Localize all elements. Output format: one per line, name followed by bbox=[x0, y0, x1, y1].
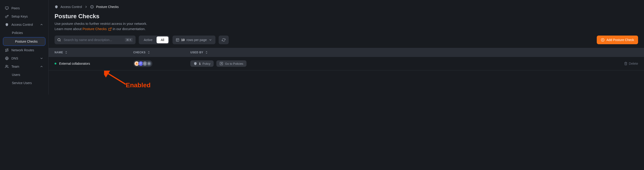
svg-rect-11 bbox=[176, 38, 179, 41]
sidebar-item-access-control[interactable]: Access Control bbox=[0, 20, 48, 29]
row-name-cell: External collaborators bbox=[54, 62, 133, 65]
status-dot-enabled bbox=[54, 63, 56, 64]
sidebar-item-label: Posture Checks bbox=[15, 40, 38, 43]
annotation-arrow bbox=[104, 71, 129, 87]
sidebar-item-label: Peers bbox=[12, 6, 20, 10]
key-icon bbox=[5, 14, 9, 18]
filter-toggle: Active All bbox=[139, 35, 169, 44]
plus-circle-icon bbox=[601, 38, 604, 42]
column-header-usedby[interactable]: USED BY bbox=[190, 51, 236, 54]
sort-icon bbox=[147, 51, 150, 54]
policy-label: Policy bbox=[202, 62, 210, 65]
search-shortcut: ⌘ K bbox=[125, 38, 133, 42]
svg-point-3 bbox=[6, 51, 6, 52]
page-header: Access Control Posture Checks Posture Ch… bbox=[48, 0, 644, 35]
search-box[interactable]: ⌘ K bbox=[54, 35, 136, 44]
svg-point-7 bbox=[6, 65, 7, 66]
refresh-button[interactable] bbox=[218, 35, 229, 44]
sidebar-item-label: DNS bbox=[12, 56, 18, 60]
svg-rect-0 bbox=[5, 7, 8, 9]
table-header: NAME CHECKS USED BY bbox=[48, 48, 644, 57]
users-icon bbox=[5, 65, 9, 68]
breadcrumb: Access Control Posture Checks bbox=[54, 5, 638, 9]
policy-count: 1 bbox=[199, 62, 200, 65]
column-header-checks[interactable]: CHECKS bbox=[133, 51, 190, 54]
sidebar: Peers Setup Keys Access Control Policies… bbox=[0, 0, 48, 95]
sort-icon bbox=[205, 51, 208, 54]
sort-icon bbox=[64, 51, 68, 54]
globe-icon bbox=[5, 56, 9, 60]
shield-icon bbox=[54, 5, 58, 9]
toolbar: ⌘ K Active All 10 rows per page bbox=[48, 35, 644, 48]
svg-line-8 bbox=[110, 28, 111, 29]
chevron-down-icon bbox=[208, 38, 212, 42]
check-icons-group bbox=[133, 60, 152, 67]
external-square-icon bbox=[220, 62, 223, 65]
monitor-icon bbox=[5, 6, 9, 10]
filter-active-button[interactable]: Active bbox=[140, 36, 156, 43]
sidebar-item-dns[interactable]: DNS bbox=[0, 54, 48, 62]
search-input[interactable] bbox=[63, 38, 125, 42]
external-link-icon bbox=[108, 27, 112, 31]
svg-point-4 bbox=[7, 48, 8, 49]
sidebar-item-label: Access Control bbox=[12, 23, 33, 26]
search-icon bbox=[57, 38, 61, 42]
refresh-icon bbox=[222, 38, 226, 42]
check-badge-icon bbox=[90, 5, 94, 9]
sidebar-item-label: Setup Keys bbox=[12, 14, 28, 18]
sidebar-item-peers[interactable]: Peers bbox=[0, 4, 48, 12]
route-icon bbox=[5, 48, 9, 52]
chevron-up-icon bbox=[40, 23, 43, 26]
column-header-name[interactable]: NAME bbox=[54, 51, 133, 54]
policy-count-pill[interactable]: 1 Policy bbox=[190, 60, 214, 67]
shield-icon bbox=[5, 23, 9, 26]
docs-link[interactable]: Posture Checks bbox=[82, 27, 112, 31]
table-row[interactable]: External collaborators 1 Policy bbox=[48, 57, 644, 70]
sidebar-item-service-users[interactable]: Service Users bbox=[0, 79, 48, 87]
annotation-label: Enabled bbox=[126, 82, 150, 89]
sidebar-item-label: Service Users bbox=[12, 81, 32, 85]
svg-point-18 bbox=[145, 63, 145, 64]
subtitle-prefix: Learn more about bbox=[54, 27, 82, 31]
chevron-up-icon bbox=[40, 65, 43, 68]
sidebar-item-label: Policies bbox=[12, 31, 23, 35]
svg-rect-20 bbox=[149, 63, 150, 64]
delete-button[interactable]: Delete bbox=[624, 62, 638, 65]
shield-icon bbox=[194, 62, 197, 65]
row-usedby-cell: 1 Policy Go to Policies bbox=[190, 60, 259, 67]
delete-label: Delete bbox=[629, 62, 638, 65]
app-root: Peers Setup Keys Access Control Policies… bbox=[0, 0, 644, 95]
breadcrumb-current: Posture Checks bbox=[96, 5, 119, 9]
goto-policies-button[interactable]: Go to Policies bbox=[216, 60, 246, 67]
chevron-right-icon bbox=[84, 5, 88, 9]
sidebar-item-label: Users bbox=[12, 73, 20, 77]
sidebar-item-label: Network Routes bbox=[12, 48, 34, 52]
svg-line-10 bbox=[60, 40, 60, 41]
sidebar-item-policies[interactable]: Policies bbox=[0, 29, 48, 37]
sidebar-item-network-routes[interactable]: Network Routes bbox=[0, 46, 48, 54]
layout-icon bbox=[176, 38, 179, 42]
rows-label: rows per page bbox=[186, 38, 207, 42]
row-checks-cell bbox=[133, 60, 190, 67]
svg-line-23 bbox=[106, 72, 126, 84]
main-content: Access Control Posture Checks Posture Ch… bbox=[48, 0, 644, 95]
add-button-label: Add Posture Check bbox=[606, 38, 634, 42]
sidebar-item-team[interactable]: Team bbox=[0, 62, 48, 71]
os-icon bbox=[146, 61, 152, 66]
subtitle-line1: Use posture checks to further restrict a… bbox=[54, 22, 147, 25]
sidebar-item-users[interactable]: Users bbox=[0, 71, 48, 79]
svg-rect-19 bbox=[148, 63, 150, 64]
rows-count: 10 bbox=[181, 38, 185, 42]
sidebar-item-setup-keys[interactable]: Setup Keys bbox=[0, 12, 48, 20]
sidebar-item-label: Team bbox=[12, 65, 19, 68]
page-subtitle: Use posture checks to further restrict a… bbox=[54, 21, 638, 31]
rows-per-page-dropdown[interactable]: 10 rows per page bbox=[172, 35, 216, 44]
add-posture-check-button[interactable]: Add Posture Check bbox=[597, 35, 638, 44]
sidebar-item-posture-checks[interactable]: Posture Checks bbox=[3, 37, 45, 46]
chevron-down-icon bbox=[40, 56, 43, 60]
filter-all-button[interactable]: All bbox=[156, 36, 168, 43]
goto-label: Go to Policies bbox=[225, 62, 243, 65]
svg-point-9 bbox=[58, 38, 60, 41]
subtitle-suffix: in our documentation. bbox=[112, 27, 146, 31]
breadcrumb-root[interactable]: Access Control bbox=[60, 5, 82, 9]
